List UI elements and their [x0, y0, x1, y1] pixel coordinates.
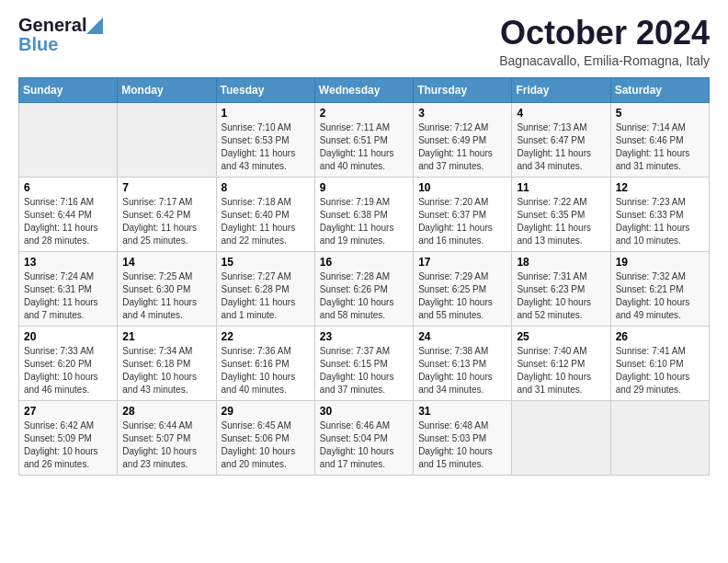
- day-number: 10: [418, 181, 506, 194]
- calendar-cell: [19, 102, 118, 177]
- day-number: 25: [517, 330, 605, 343]
- day-number: 30: [320, 405, 408, 418]
- day-number: 12: [616, 181, 704, 194]
- calendar-cell: 29Sunrise: 6:45 AMSunset: 5:06 PMDayligh…: [216, 400, 314, 475]
- calendar-cell: 27Sunrise: 6:42 AMSunset: 5:09 PMDayligh…: [19, 400, 118, 475]
- day-info: Sunrise: 7:13 AMSunset: 6:47 PMDaylight:…: [517, 121, 605, 173]
- logo-wing-icon: [86, 17, 103, 34]
- day-number: 9: [320, 181, 408, 194]
- day-info: Sunrise: 7:40 AMSunset: 6:12 PMDaylight:…: [517, 345, 605, 396]
- day-info: Sunrise: 7:29 AMSunset: 6:25 PMDaylight:…: [418, 270, 506, 322]
- day-info: Sunrise: 6:45 AMSunset: 5:06 PMDaylight:…: [222, 419, 310, 471]
- week-row-5: 27Sunrise: 6:42 AMSunset: 5:09 PMDayligh…: [19, 400, 710, 475]
- day-info: Sunrise: 6:42 AMSunset: 5:09 PMDaylight:…: [24, 419, 112, 471]
- day-info: Sunrise: 7:33 AMSunset: 6:20 PMDaylight:…: [24, 345, 112, 396]
- day-header-saturday: Saturday: [610, 77, 709, 102]
- calendar-cell: 28Sunrise: 6:44 AMSunset: 5:07 PMDayligh…: [118, 400, 216, 475]
- day-header-sunday: Sunday: [19, 77, 118, 102]
- calendar-cell: 2Sunrise: 7:11 AMSunset: 6:51 PMDaylight…: [314, 102, 413, 177]
- logo-general: General: [18, 15, 86, 36]
- day-number: 18: [517, 256, 605, 269]
- day-info: Sunrise: 7:10 AMSunset: 6:53 PMDaylight:…: [222, 121, 310, 173]
- day-info: Sunrise: 7:28 AMSunset: 6:26 PMDaylight:…: [320, 270, 408, 322]
- day-number: 28: [122, 405, 210, 418]
- day-number: 15: [222, 256, 310, 269]
- calendar-cell: 5Sunrise: 7:14 AMSunset: 6:46 PMDaylight…: [610, 102, 709, 177]
- day-number: 3: [418, 107, 506, 120]
- day-info: Sunrise: 7:20 AMSunset: 6:37 PMDaylight:…: [418, 196, 506, 247]
- day-info: Sunrise: 6:48 AMSunset: 5:03 PMDaylight:…: [418, 419, 506, 471]
- calendar-cell: 12Sunrise: 7:23 AMSunset: 6:33 PMDayligh…: [610, 177, 709, 251]
- calendar-cell: 16Sunrise: 7:28 AMSunset: 6:26 PMDayligh…: [314, 251, 413, 326]
- day-info: Sunrise: 7:14 AMSunset: 6:46 PMDaylight:…: [616, 121, 704, 173]
- day-number: 7: [122, 181, 210, 194]
- calendar-cell: 30Sunrise: 6:46 AMSunset: 5:04 PMDayligh…: [314, 400, 413, 475]
- week-row-1: 1Sunrise: 7:10 AMSunset: 6:53 PMDaylight…: [19, 102, 710, 177]
- day-number: 4: [517, 107, 605, 120]
- day-info: Sunrise: 7:19 AMSunset: 6:38 PMDaylight:…: [320, 196, 408, 247]
- day-info: Sunrise: 7:36 AMSunset: 6:16 PMDaylight:…: [222, 345, 310, 396]
- svg-marker-0: [86, 17, 103, 34]
- month-title: October 2024: [499, 15, 710, 52]
- day-number: 22: [222, 330, 310, 343]
- day-info: Sunrise: 7:41 AMSunset: 6:10 PMDaylight:…: [616, 345, 704, 396]
- day-header-thursday: Thursday: [414, 77, 512, 102]
- day-number: 6: [24, 181, 112, 194]
- day-number: 23: [320, 330, 408, 343]
- day-info: Sunrise: 7:18 AMSunset: 6:40 PMDaylight:…: [222, 196, 310, 247]
- calendar-cell: 11Sunrise: 7:22 AMSunset: 6:35 PMDayligh…: [512, 177, 610, 251]
- calendar-table: SundayMondayTuesdayWednesdayThursdayFrid…: [18, 77, 710, 476]
- day-number: 21: [122, 330, 210, 343]
- calendar-cell: [610, 400, 709, 475]
- day-info: Sunrise: 7:31 AMSunset: 6:23 PMDaylight:…: [517, 270, 605, 322]
- calendar-cell: 13Sunrise: 7:24 AMSunset: 6:31 PMDayligh…: [19, 251, 118, 326]
- day-number: 19: [616, 256, 704, 269]
- day-number: 8: [222, 181, 310, 194]
- calendar-cell: 23Sunrise: 7:37 AMSunset: 6:15 PMDayligh…: [314, 326, 413, 400]
- logo: GeneralBlue: [18, 15, 103, 55]
- week-row-2: 6Sunrise: 7:16 AMSunset: 6:44 PMDaylight…: [19, 177, 710, 251]
- calendar-cell: 20Sunrise: 7:33 AMSunset: 6:20 PMDayligh…: [19, 326, 118, 400]
- day-number: 2: [320, 107, 408, 120]
- day-number: 11: [517, 181, 605, 194]
- day-info: Sunrise: 7:12 AMSunset: 6:49 PMDaylight:…: [418, 121, 506, 173]
- page: GeneralBlue October 2024 Bagnacavallo, E…: [0, 0, 728, 490]
- calendar-cell: 1Sunrise: 7:10 AMSunset: 6:53 PMDaylight…: [216, 102, 314, 177]
- day-info: Sunrise: 7:22 AMSunset: 6:35 PMDaylight:…: [517, 196, 605, 247]
- week-row-3: 13Sunrise: 7:24 AMSunset: 6:31 PMDayligh…: [19, 251, 710, 326]
- day-info: Sunrise: 7:25 AMSunset: 6:30 PMDaylight:…: [122, 270, 210, 322]
- day-info: Sunrise: 6:44 AMSunset: 5:07 PMDaylight:…: [122, 419, 210, 471]
- header: GeneralBlue October 2024 Bagnacavallo, E…: [18, 15, 710, 68]
- calendar-cell: 7Sunrise: 7:17 AMSunset: 6:42 PMDaylight…: [118, 177, 216, 251]
- calendar-cell: 17Sunrise: 7:29 AMSunset: 6:25 PMDayligh…: [414, 251, 512, 326]
- day-info: Sunrise: 7:27 AMSunset: 6:28 PMDaylight:…: [222, 270, 310, 322]
- day-number: 13: [24, 256, 112, 269]
- logo-text-block: GeneralBlue: [18, 15, 103, 55]
- day-number: 5: [616, 107, 704, 120]
- day-info: Sunrise: 7:34 AMSunset: 6:18 PMDaylight:…: [122, 345, 210, 396]
- day-info: Sunrise: 7:17 AMSunset: 6:42 PMDaylight:…: [122, 196, 210, 247]
- calendar-cell: 26Sunrise: 7:41 AMSunset: 6:10 PMDayligh…: [610, 326, 709, 400]
- day-header-tuesday: Tuesday: [216, 77, 314, 102]
- day-info: Sunrise: 7:11 AMSunset: 6:51 PMDaylight:…: [320, 121, 408, 173]
- days-header-row: SundayMondayTuesdayWednesdayThursdayFrid…: [19, 77, 710, 102]
- day-number: 20: [24, 330, 112, 343]
- day-number: 31: [418, 405, 506, 418]
- day-number: 16: [320, 256, 408, 269]
- title-block: October 2024 Bagnacavallo, Emilia-Romagn…: [499, 15, 710, 68]
- calendar-cell: 24Sunrise: 7:38 AMSunset: 6:13 PMDayligh…: [414, 326, 512, 400]
- day-number: 1: [222, 107, 310, 120]
- logo-blue: Blue: [18, 34, 58, 55]
- calendar-cell: 8Sunrise: 7:18 AMSunset: 6:40 PMDaylight…: [216, 177, 314, 251]
- calendar-cell: 15Sunrise: 7:27 AMSunset: 6:28 PMDayligh…: [216, 251, 314, 326]
- calendar-cell: 6Sunrise: 7:16 AMSunset: 6:44 PMDaylight…: [19, 177, 118, 251]
- calendar-cell: 21Sunrise: 7:34 AMSunset: 6:18 PMDayligh…: [118, 326, 216, 400]
- day-info: Sunrise: 6:46 AMSunset: 5:04 PMDaylight:…: [320, 419, 408, 471]
- day-header-wednesday: Wednesday: [314, 77, 413, 102]
- day-number: 17: [418, 256, 506, 269]
- calendar-cell: 9Sunrise: 7:19 AMSunset: 6:38 PMDaylight…: [314, 177, 413, 251]
- day-number: 27: [24, 405, 112, 418]
- calendar-cell: 31Sunrise: 6:48 AMSunset: 5:03 PMDayligh…: [414, 400, 512, 475]
- day-info: Sunrise: 7:38 AMSunset: 6:13 PMDaylight:…: [418, 345, 506, 396]
- day-info: Sunrise: 7:16 AMSunset: 6:44 PMDaylight:…: [24, 196, 112, 247]
